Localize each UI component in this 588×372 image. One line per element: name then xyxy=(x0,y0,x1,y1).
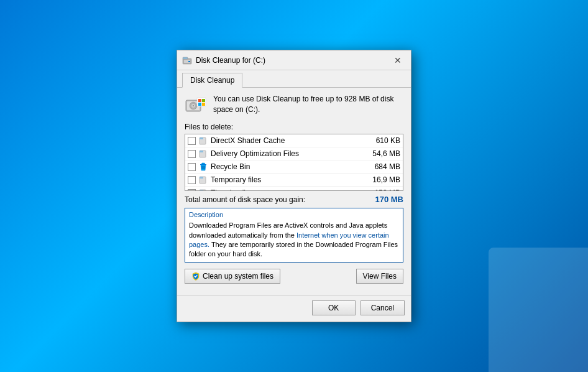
description-box: Description Downloaded Program Files are… xyxy=(185,208,403,263)
description-highlight: Internet when you view certain pages. xyxy=(189,231,389,248)
bottom-buttons: OK Cancel xyxy=(177,295,411,322)
svg-rect-10 xyxy=(198,99,201,102)
file-checkbox-recycle[interactable] xyxy=(188,163,196,171)
cleanup-button-label: Clean up system files xyxy=(203,272,273,281)
title-bar: Disk Cleanup for (C:) ✕ xyxy=(177,50,411,70)
total-value: 170 MB xyxy=(375,195,403,204)
svg-rect-11 xyxy=(202,99,205,102)
dialog-overlay: Disk Cleanup for (C:) ✕ Disk Cleanup xyxy=(0,0,588,372)
tab-area: Disk Cleanup xyxy=(177,70,411,88)
action-buttons: Clean up system files View Files xyxy=(185,269,403,284)
file-checkbox-directx[interactable] xyxy=(188,137,196,145)
file-checkbox-thumbnails[interactable] xyxy=(188,189,196,192)
file-icon-thumbnails xyxy=(198,188,208,191)
description-title: Description xyxy=(189,211,399,218)
svg-rect-22 xyxy=(200,190,203,191)
file-name-directx: DirectX Shader Cache xyxy=(211,136,374,145)
file-name-thumbnails: Thumbnails xyxy=(211,188,372,191)
view-files-label: View Files xyxy=(363,272,397,281)
cancel-button[interactable]: Cancel xyxy=(361,300,405,315)
svg-rect-12 xyxy=(198,103,201,106)
recycle-bin-icon xyxy=(198,162,208,172)
description-text: Downloaded Program Files are ActiveX con… xyxy=(189,221,399,259)
cleanup-system-files-button[interactable]: Clean up system files xyxy=(185,269,280,284)
file-name-recycle: Recycle Bin xyxy=(211,162,372,171)
files-to-delete-label: Files to delete: xyxy=(185,123,403,131)
dialog-content: You can use Disk Cleanup to free up to 9… xyxy=(177,88,411,295)
svg-rect-20 xyxy=(200,177,203,179)
svg-rect-13 xyxy=(202,103,205,106)
view-files-button[interactable]: View Files xyxy=(356,269,403,284)
svg-rect-15 xyxy=(200,137,203,139)
file-list[interactable]: DirectX Shader Cache 610 KB Delivery Opt… xyxy=(185,134,403,191)
file-size-recycle: 684 MB xyxy=(375,162,400,171)
total-row: Total amount of disk space you gain: 170… xyxy=(185,195,403,204)
disk-icon xyxy=(185,94,207,116)
svg-rect-17 xyxy=(200,151,203,152)
file-row[interactable]: Delivery Optimization Files 54,6 MB xyxy=(185,147,403,160)
file-name-delivery: Delivery Optimization Files xyxy=(211,149,370,158)
file-row[interactable]: Thumbnails 153 MB xyxy=(185,187,403,191)
file-icon-delivery xyxy=(198,149,208,159)
file-icon-temp xyxy=(198,175,208,185)
file-name-temp: Temporary files xyxy=(211,175,370,184)
ok-button[interactable]: OK xyxy=(312,300,356,315)
shield-icon xyxy=(191,272,200,281)
tab-disk-cleanup[interactable]: Disk Cleanup xyxy=(182,73,242,88)
header-section: You can use Disk Cleanup to free up to 9… xyxy=(185,94,403,116)
title-bar-text: Disk Cleanup for (C:) xyxy=(196,56,390,65)
close-button[interactable]: ✕ xyxy=(390,54,406,67)
file-row[interactable]: Recycle Bin 684 MB xyxy=(185,160,403,174)
header-text: You can use Disk Cleanup to free up to 9… xyxy=(213,94,403,115)
svg-rect-2 xyxy=(183,57,188,59)
file-checkbox-temp[interactable] xyxy=(188,176,196,184)
svg-rect-3 xyxy=(188,61,190,62)
file-row[interactable]: Temporary files 16,9 MB xyxy=(185,174,403,187)
disk-cleanup-dialog: Disk Cleanup for (C:) ✕ Disk Cleanup xyxy=(177,50,411,322)
file-size-directx: 610 KB xyxy=(376,136,400,145)
file-icon-directx xyxy=(198,136,208,146)
svg-point-8 xyxy=(193,105,194,106)
file-size-temp: 16,9 MB xyxy=(372,175,400,184)
file-size-delivery: 54,6 MB xyxy=(372,149,400,158)
title-bar-icon xyxy=(182,55,192,65)
file-size-thumbnails: 153 MB xyxy=(375,188,400,191)
file-checkbox-delivery[interactable] xyxy=(188,150,196,158)
total-label: Total amount of disk space you gain: xyxy=(185,195,305,204)
file-row[interactable]: DirectX Shader Cache 610 KB xyxy=(185,134,403,147)
